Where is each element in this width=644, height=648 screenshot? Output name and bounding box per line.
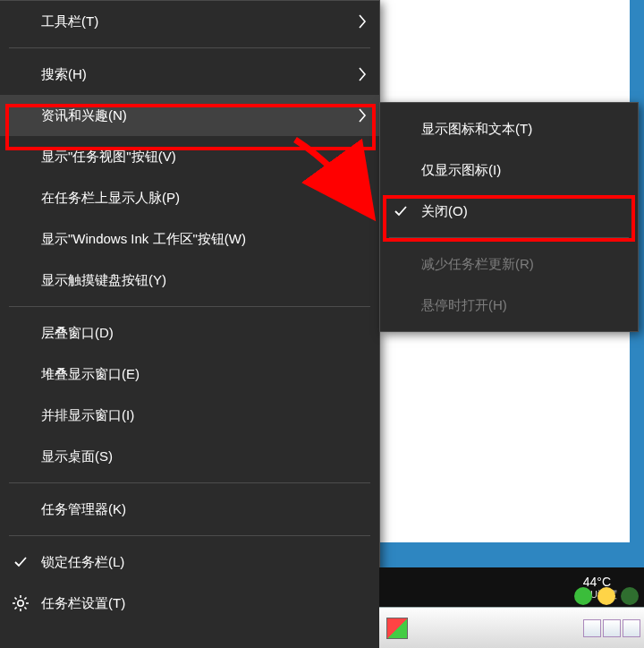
- taskbar-mini-icons: [583, 619, 644, 637]
- submenu-item-off[interactable]: 关闭(O): [380, 191, 638, 232]
- menu-item-label: 减少任务栏更新(R): [421, 256, 534, 273]
- menu-item-label: 并排显示窗口(I): [41, 407, 134, 424]
- menu-item-label: 工具栏(T): [41, 13, 98, 30]
- tray-icon[interactable]: [621, 587, 639, 605]
- submenu-item-icon-only[interactable]: 仅显示图标(I): [380, 149, 638, 191]
- menu-item-label: 显示"任务视图"按钮(V): [41, 149, 176, 166]
- menu-item-taskbar-settings[interactable]: 任务栏设置(T): [0, 583, 379, 624]
- menu-item-label: 资讯和兴趣(N): [41, 107, 127, 124]
- svg-line-5: [15, 598, 17, 600]
- menu-item-toolbars[interactable]: 工具栏(T): [0, 1, 379, 42]
- menu-item-label: 任务管理器(K): [41, 501, 126, 518]
- menu-item-label: 锁定任务栏(L): [41, 554, 124, 571]
- taskbar-icon[interactable]: [603, 619, 621, 637]
- menu-item-task-view-button[interactable]: 显示"任务视图"按钮(V): [0, 136, 379, 177]
- chevron-right-icon: [358, 108, 367, 123]
- chevron-right-icon: [358, 67, 367, 81]
- menu-item-label: 关闭(O): [421, 203, 468, 220]
- menu-item-label: 显示"Windows Ink 工作区"按钮(W): [41, 231, 246, 248]
- menu-item-search[interactable]: 搜索(H): [0, 54, 379, 95]
- taskbar-context-menu: 工具栏(T) 搜索(H) 资讯和兴趣(N) 显示"任务视图"按钮(V) 在任务栏…: [0, 0, 380, 648]
- start-icon[interactable]: [386, 618, 408, 639]
- taskbar[interactable]: [379, 607, 644, 648]
- svg-point-0: [18, 601, 23, 606]
- taskbar-icon[interactable]: [623, 619, 640, 637]
- menu-separator: [9, 482, 370, 483]
- menu-item-task-manager[interactable]: 任务管理器(K): [0, 489, 379, 530]
- menu-item-label: 任务栏设置(T): [41, 595, 125, 612]
- menu-item-label: 显示图标和文本(T): [421, 121, 532, 138]
- menu-item-label: 显示桌面(S): [41, 448, 113, 465]
- menu-separator: [9, 535, 370, 536]
- submenu-item-icon-and-text[interactable]: 显示图标和文本(T): [380, 108, 638, 149]
- gear-icon: [12, 594, 30, 612]
- menu-item-label: 悬停时打开(H): [421, 297, 507, 314]
- check-icon: [13, 554, 29, 570]
- submenu-item-reduce-updates: 减少任务栏更新(R): [380, 243, 638, 285]
- menu-separator: [9, 306, 370, 307]
- menu-item-side-by-side[interactable]: 并排显示窗口(I): [0, 395, 379, 436]
- chevron-right-icon: [358, 14, 367, 29]
- menu-item-label: 仅显示图标(I): [421, 162, 501, 179]
- menu-item-label: 堆叠显示窗口(E): [41, 366, 140, 383]
- menu-item-touch-keyboard[interactable]: 显示触摸键盘按钮(Y): [0, 260, 379, 301]
- menu-item-ink-workspace[interactable]: 显示"Windows Ink 工作区"按钮(W): [0, 218, 379, 260]
- menu-item-label: 搜索(H): [41, 66, 87, 83]
- check-icon: [393, 203, 409, 219]
- menu-item-news-interests[interactable]: 资讯和兴趣(N): [0, 95, 379, 136]
- svg-line-6: [24, 607, 26, 609]
- taskbar-icon[interactable]: [583, 619, 601, 637]
- svg-line-8: [24, 598, 26, 600]
- menu-item-show-desktop[interactable]: 显示桌面(S): [0, 436, 379, 477]
- system-tray: [574, 587, 639, 605]
- menu-item-label: 在任务栏上显示人脉(P): [41, 190, 180, 207]
- menu-item-stacked[interactable]: 堆叠显示窗口(E): [0, 354, 379, 395]
- menu-item-label: 显示触摸键盘按钮(Y): [41, 272, 166, 289]
- news-interests-submenu: 显示图标和文本(T) 仅显示图标(I) 关闭(O) 减少任务栏更新(R) 悬停时…: [379, 102, 639, 332]
- tray-icon[interactable]: [574, 587, 592, 605]
- tray-icon[interactable]: [597, 587, 615, 605]
- menu-separator: [9, 47, 370, 48]
- menu-item-label: 层叠窗口(D): [41, 325, 114, 342]
- menu-item-lock-taskbar[interactable]: 锁定任务栏(L): [0, 541, 379, 583]
- submenu-item-open-on-hover: 悬停时打开(H): [380, 285, 638, 326]
- menu-item-cascade[interactable]: 层叠窗口(D): [0, 312, 379, 354]
- menu-item-people[interactable]: 在任务栏上显示人脉(P): [0, 177, 379, 218]
- menu-separator: [389, 237, 629, 238]
- svg-line-7: [15, 607, 17, 609]
